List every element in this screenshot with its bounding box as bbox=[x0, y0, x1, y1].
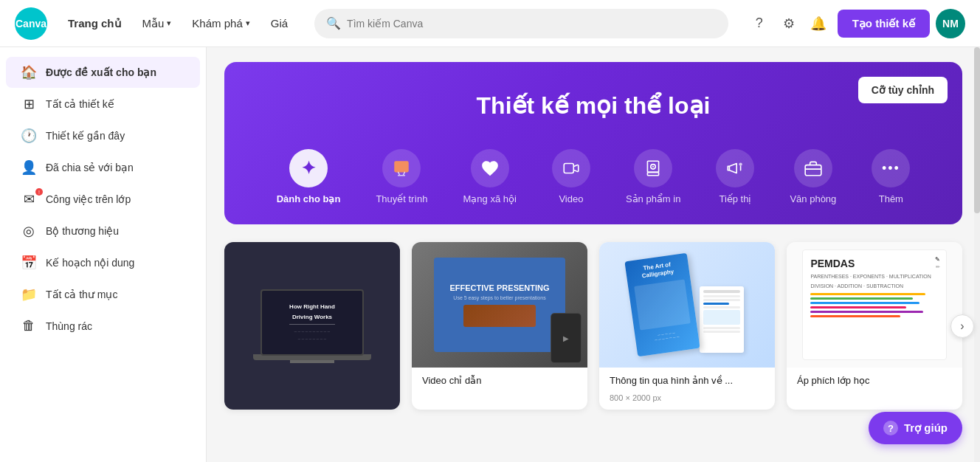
nav-pricing[interactable]: Giá bbox=[262, 11, 297, 35]
template-thumb: PEMDAS PARENTHESES · EXPONENTS · MULTIPL… bbox=[787, 242, 962, 368]
hero-cat-presentation[interactable]: Thuyết trình bbox=[358, 143, 445, 210]
svg-rect-6 bbox=[805, 165, 821, 176]
templates-section: How Right Hand Driving Works _ _ _ _ _ _… bbox=[224, 242, 962, 410]
poster-content: PEMDAS PARENTHESES · EXPONENTS · MULTIPL… bbox=[802, 249, 946, 360]
more-icon: ••• bbox=[872, 149, 910, 187]
svg-rect-4 bbox=[648, 172, 659, 175]
sidebar-item-label: Tất cả thư mục bbox=[46, 289, 117, 300]
calendar-icon: 📅 bbox=[21, 255, 37, 271]
chevron-down-icon: ▾ bbox=[167, 18, 171, 28]
nav-links: Trang chủ Mẫu ▾ Khám phá ▾ Giá bbox=[59, 11, 297, 36]
hero-banner: Thiết kế mọi thể loại Cỡ tùy chỉnh ✦ Dàn… bbox=[224, 62, 962, 224]
template-card-edu-presentation[interactable]: How Right Hand Driving Works _ _ _ _ _ _… bbox=[224, 242, 400, 410]
sidebar-item-content-plan[interactable]: 📅 Kế hoạch nội dung bbox=[6, 247, 200, 278]
template-card-video-guide[interactable]: EFFECTIVE PRESENTING Use 5 easy steps to… bbox=[412, 242, 587, 410]
help-icon: ? bbox=[883, 421, 898, 435]
sidebar-item-label: Kế hoạch nội dung bbox=[46, 257, 134, 269]
search-input[interactable] bbox=[347, 18, 717, 30]
mail-icon: ✉ ! bbox=[21, 191, 37, 207]
help-button[interactable]: ? Trợ giúp bbox=[869, 412, 962, 444]
sidebar-item-label: Được đề xuất cho bạn bbox=[46, 66, 156, 78]
nav-icons: ? ⚙ 🔔 bbox=[746, 10, 832, 37]
sidebar-item-classroom[interactable]: ✉ ! Công việc trên lớp bbox=[6, 184, 200, 215]
help-label: Trợ giúp bbox=[904, 421, 948, 435]
hero-cat-office[interactable]: Văn phòng bbox=[772, 143, 854, 210]
calligraphy-book: The Art ofCalligraphy _ _ _ _ _ _ _ _ _ … bbox=[624, 253, 700, 357]
templates-row: How Right Hand Driving Works _ _ _ _ _ _… bbox=[224, 242, 962, 410]
sidebar-item-label: Tất cả thiết kế bbox=[46, 98, 114, 110]
nav-home[interactable]: Trang chủ bbox=[59, 11, 131, 36]
sidebar-item-label: Thùng rác bbox=[46, 320, 92, 332]
clock-icon: 🕐 bbox=[21, 128, 37, 144]
scrollbar-track[interactable] bbox=[974, 47, 980, 462]
sidebar-item-all-designs[interactable]: ⊞ Tất cả thiết kế bbox=[6, 89, 200, 120]
settings-icon-btn[interactable]: ⚙ bbox=[776, 10, 802, 37]
template-sublabel: 800 × 2000 px bbox=[599, 393, 775, 410]
canva-logo[interactable]: Canva bbox=[15, 7, 47, 40]
sidebar-item-label: Thiết kế gần đây bbox=[46, 130, 125, 142]
topnav: Canva Trang chủ Mẫu ▾ Khám phá ▾ Giá 🔍 ?… bbox=[0, 0, 980, 47]
grid-icon: ⊞ bbox=[21, 96, 37, 112]
sidebar-item-brand[interactable]: ◎ Bộ thương hiệu bbox=[6, 216, 200, 246]
person-icon: 👤 bbox=[21, 159, 37, 176]
hero-title: Thiết kế mọi thể loại bbox=[248, 92, 939, 120]
svg-point-3 bbox=[652, 166, 654, 168]
sidebar-item-label: Bộ thương hiệu bbox=[46, 225, 119, 237]
laptop-screen-text: How Right Hand Driving Works _ _ _ _ _ _… bbox=[283, 297, 341, 346]
nav-explore[interactable]: Khám phá ▾ bbox=[183, 11, 258, 35]
main-layout: 🏠 Được đề xuất cho bạn ⊞ Tất cả thiết kế… bbox=[0, 47, 980, 462]
laptop-stand bbox=[290, 360, 334, 363]
sidebar-item-all-folders[interactable]: 📁 Tất cả thư mục bbox=[6, 279, 200, 310]
hero-cat-marketing[interactable]: Tiếp thị bbox=[698, 143, 772, 210]
star-icon: ✦ bbox=[289, 149, 328, 187]
presentation-icon bbox=[382, 149, 421, 187]
sidebar-item-shared[interactable]: 👤 Đã chia sẻ với bạn bbox=[6, 152, 200, 183]
nav-templates[interactable]: Mẫu ▾ bbox=[134, 11, 181, 36]
sidebar-item-label: Công việc trên lớp bbox=[46, 193, 131, 205]
hero-cat-video[interactable]: Video bbox=[534, 143, 608, 210]
template-card-poster[interactable]: PEMDAS PARENTHESES · EXPONENTS · MULTIPL… bbox=[787, 242, 962, 410]
question-icon: ? bbox=[756, 15, 763, 31]
search-bar[interactable]: 🔍 bbox=[314, 9, 728, 38]
svg-rect-0 bbox=[395, 161, 410, 172]
laptop-frame: How Right Hand Driving Works _ _ _ _ _ _… bbox=[260, 289, 364, 356]
main-content: Thiết kế mọi thể loại Cỡ tùy chỉnh ✦ Dàn… bbox=[207, 47, 980, 462]
template-label: Thông tin qua hình ảnh về ... bbox=[599, 368, 775, 393]
hero-cat-more[interactable]: ••• Thêm bbox=[854, 143, 928, 210]
help-icon-btn[interactable]: ? bbox=[746, 10, 773, 37]
megaphone-icon bbox=[716, 149, 754, 187]
home-icon: 🏠 bbox=[21, 64, 37, 80]
template-card-calligraphy[interactable]: The Art ofCalligraphy _ _ _ _ _ _ _ _ _ … bbox=[599, 242, 775, 410]
hero-cat-print[interactable]: Sản phẩm in bbox=[608, 143, 699, 210]
create-design-button[interactable]: Tạo thiết kế bbox=[838, 10, 930, 38]
trash-icon: 🗑 bbox=[21, 318, 37, 334]
hero-cat-social[interactable]: Mạng xã hội bbox=[446, 143, 534, 210]
template-label: Áp phích lớp học bbox=[787, 368, 962, 393]
next-arrow-button[interactable]: › bbox=[950, 314, 974, 338]
sidebar-item-recommended[interactable]: 🏠 Được đề xuất cho bạn bbox=[6, 57, 200, 88]
template-thumb: EFFECTIVE PRESENTING Use 5 easy steps to… bbox=[412, 242, 587, 368]
sidebar-item-recent[interactable]: 🕐 Thiết kế gần đây bbox=[6, 120, 200, 151]
calligraphy-page bbox=[700, 286, 744, 353]
folder-icon: 📁 bbox=[21, 286, 37, 303]
template-label: Video chỉ dẫn bbox=[412, 368, 587, 393]
notification-badge: ! bbox=[35, 188, 43, 196]
print-icon bbox=[634, 149, 672, 187]
avatar[interactable]: NM bbox=[936, 9, 965, 38]
hero-cat-for-you[interactable]: ✦ Dành cho bạn bbox=[259, 143, 359, 210]
chevron-down-icon: ▾ bbox=[246, 18, 250, 28]
video-icon bbox=[552, 149, 590, 187]
heart-icon bbox=[471, 149, 509, 187]
notifications-icon-btn[interactable]: 🔔 bbox=[805, 10, 832, 37]
sidebar: 🏠 Được đề xuất cho bạn ⊞ Tất cả thiết kế… bbox=[0, 47, 207, 462]
brand-icon: ◎ bbox=[21, 223, 37, 239]
scrollbar-thumb[interactable] bbox=[974, 47, 980, 213]
poster-rules bbox=[810, 293, 938, 317]
template-thumb: How Right Hand Driving Works _ _ _ _ _ _… bbox=[224, 242, 400, 410]
sidebar-item-label: Đã chia sẻ với bạn bbox=[46, 162, 134, 173]
template-thumb: The Art ofCalligraphy _ _ _ _ _ _ _ _ _ … bbox=[599, 242, 775, 368]
gear-icon: ⚙ bbox=[783, 15, 795, 32]
sidebar-item-trash[interactable]: 🗑 Thùng rác bbox=[6, 311, 200, 341]
customize-size-button[interactable]: Cỡ tùy chỉnh bbox=[858, 77, 948, 103]
hero-categories: ✦ Dành cho bạn Thuyết trình Mạng xã hội bbox=[248, 143, 939, 210]
